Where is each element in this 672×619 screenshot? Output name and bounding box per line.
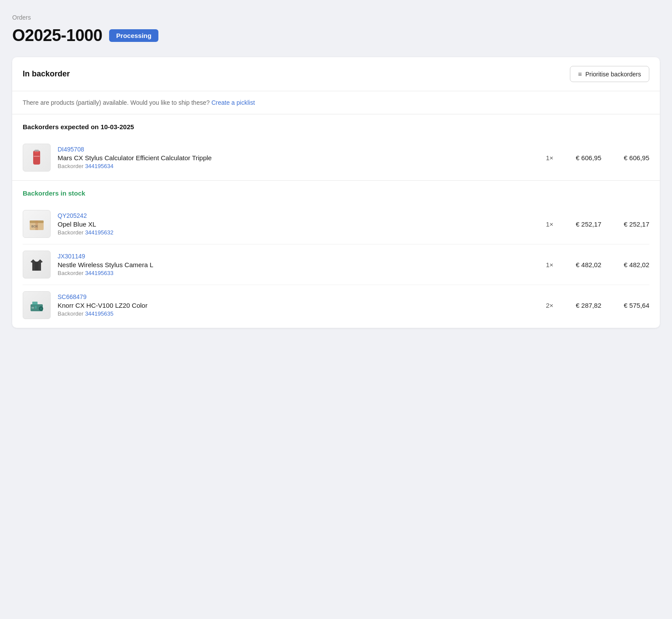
backorders-expected-section: Backorders expected on 10-03-2025 DI4957… (12, 114, 660, 181)
product-total-price: € 606,95 (610, 154, 649, 162)
product-pricing: 2× € 287,82 € 575,64 (536, 302, 649, 309)
product-thumbnail-icon (27, 255, 46, 274)
product-total-price: € 575,64 (610, 302, 649, 309)
backorder-id-link[interactable]: 344195635 (85, 310, 113, 317)
product-qty: 1× (536, 220, 553, 228)
product-unit-price: € 606,95 (562, 154, 601, 162)
backorder-id-link[interactable]: 344195634 (85, 163, 113, 169)
breadcrumb: Orders (12, 14, 660, 21)
status-badge: Processing (109, 29, 158, 42)
card-header: In backorder ≡ Prioritise backorders (12, 57, 660, 91)
product-info: SC668479 Knorr CX HC-V100 LZ20 Color Bac… (58, 293, 529, 317)
backorders-in-stock-title: Backorders in stock (23, 189, 649, 197)
backorders-expected-title: Backorders expected on 10-03-2025 (23, 123, 649, 131)
product-backorder: Backorder 344195632 (58, 229, 529, 236)
product-total-price: € 252,17 (610, 220, 649, 228)
product-backorder: Backorder 344195635 (58, 310, 529, 317)
backorder-card: In backorder ≡ Prioritise backorders The… (12, 57, 660, 328)
filter-icon: ≡ (578, 70, 582, 78)
product-name: Nestle Wireless Stylus Camera L (58, 261, 529, 268)
product-unit-price: € 252,17 (562, 220, 601, 228)
order-item: DI495708 Mars CX Stylus Calculator Effic… (23, 138, 649, 172)
svg-rect-9 (32, 302, 38, 305)
product-qty: 2× (536, 302, 553, 309)
svg-rect-13 (35, 306, 37, 309)
product-sku[interactable]: QY205242 (58, 212, 529, 219)
order-item: BOX QY205242 Opel Blue XL Backorder 3441… (23, 204, 649, 244)
product-name: Knorr CX HC-V100 LZ20 Color (58, 302, 529, 309)
product-sku[interactable]: DI495708 (58, 146, 529, 153)
backorders-in-stock-section: Backorders in stock BOX QY205242 Opel Bl… (12, 181, 660, 328)
product-sku[interactable]: JX301149 (58, 253, 529, 260)
product-name: Opel Blue XL (58, 220, 529, 228)
product-pricing: 1× € 606,95 € 606,95 (536, 154, 649, 162)
product-qty: 1× (536, 261, 553, 268)
product-backorder: Backorder 344195634 (58, 163, 529, 169)
product-image: BOX (23, 210, 51, 238)
svg-point-3 (34, 151, 39, 154)
svg-rect-12 (31, 307, 34, 309)
product-unit-price: € 287,82 (562, 302, 601, 309)
prioritise-button-label: Prioritise backorders (585, 71, 641, 78)
product-backorder: Backorder 344195633 (58, 270, 529, 276)
product-info: JX301149 Nestle Wireless Stylus Camera L… (58, 253, 529, 276)
order-item: SC668479 Knorr CX HC-V100 LZ20 Color Bac… (23, 285, 649, 319)
product-name: Mars CX Stylus Calculator Efficient Calc… (58, 154, 529, 162)
backorder-id-link[interactable]: 344195632 (85, 229, 113, 236)
product-info: DI495708 Mars CX Stylus Calculator Effic… (58, 146, 529, 169)
product-total-price: € 482,02 (610, 261, 649, 268)
card-title: In backorder (23, 69, 70, 79)
product-info: QY205242 Opel Blue XL Backorder 34419563… (58, 212, 529, 236)
svg-text:BOX: BOX (31, 225, 38, 228)
availability-text: There are products (partially) available… (23, 99, 210, 106)
product-image (23, 251, 51, 279)
svg-point-11 (40, 307, 42, 310)
product-image (23, 291, 51, 319)
order-item: JX301149 Nestle Wireless Stylus Camera L… (23, 244, 649, 285)
page-title: O2025-1000 (12, 26, 102, 45)
product-sku[interactable]: SC668479 (58, 293, 529, 300)
product-unit-price: € 482,02 (562, 261, 601, 268)
product-thumbnail-icon (27, 296, 46, 315)
product-pricing: 1× € 482,02 € 482,02 (536, 261, 649, 268)
availability-notice: There are products (partially) available… (12, 91, 660, 114)
svg-rect-2 (34, 156, 40, 157)
backorder-id-link[interactable]: 344195633 (85, 270, 113, 276)
page-header: O2025-1000 Processing (12, 26, 660, 45)
product-pricing: 1× € 252,17 € 252,17 (536, 220, 649, 228)
product-thumbnail-icon: BOX (27, 214, 46, 234)
create-picklist-link[interactable]: Create a picklist (211, 99, 255, 106)
product-qty: 1× (536, 154, 553, 162)
product-thumbnail-icon (27, 148, 46, 167)
prioritise-backorders-button[interactable]: ≡ Prioritise backorders (570, 66, 649, 82)
product-image (23, 144, 51, 172)
